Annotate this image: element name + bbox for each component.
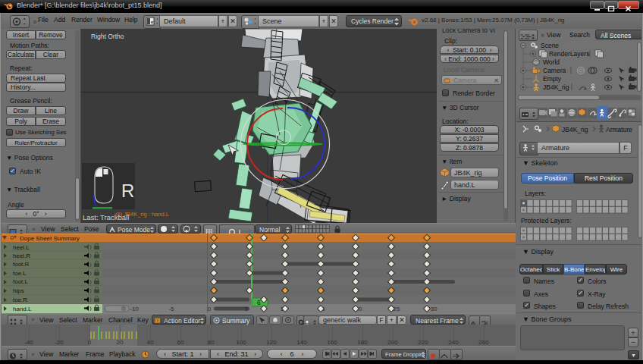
svg-text:20: 20 (117, 339, 124, 346)
svg-text:120: 120 (266, 339, 277, 346)
svg-text:260: 260 (478, 339, 489, 346)
svg-text:toe.L: toe.L (13, 270, 27, 277)
svg-text:foot.R: foot.R (13, 261, 30, 268)
svg-text:180: 180 (357, 339, 368, 346)
svg-text:Camera: Camera (543, 67, 566, 74)
svg-text:foot.L: foot.L (13, 278, 29, 285)
svg-text:160: 160 (327, 339, 337, 346)
svg-text:R: R (121, 180, 134, 201)
svg-text:JB4K_rig: JB4K_rig (562, 126, 588, 133)
svg-text:240: 240 (448, 339, 459, 346)
svg-text:-20: -20 (55, 339, 64, 346)
svg-text:40: 40 (147, 339, 154, 346)
svg-text:220: 220 (418, 339, 428, 346)
svg-text:-5: -5 (168, 306, 174, 312)
svg-text:toe.R: toe.R (13, 297, 27, 303)
svg-text:Scene: Scene (541, 42, 559, 49)
svg-text:Right Ortho: Right Ortho (91, 33, 124, 40)
svg-text:200: 200 (387, 339, 398, 346)
svg-text:Last: Trackball: Last: Trackball (83, 213, 129, 221)
svg-text:100: 100 (236, 339, 246, 346)
svg-text:0: 0 (88, 339, 92, 346)
svg-text:World: World (543, 58, 560, 66)
svg-text:Armature: Armature (606, 126, 632, 133)
svg-text:-40: -40 (24, 339, 33, 346)
svg-text:heel.L: heel.L (13, 244, 30, 251)
svg-text:30: 30 (431, 306, 438, 312)
svg-text:hips: hips (13, 287, 24, 294)
svg-text:Dope Sheet Summary: Dope Sheet Summary (20, 235, 80, 242)
svg-text:-10: -10 (130, 306, 139, 312)
svg-text:60: 60 (177, 339, 184, 346)
svg-text:RenderLayers: RenderLayers (549, 50, 589, 58)
svg-text:140: 140 (296, 339, 307, 346)
svg-text:80: 80 (208, 339, 215, 346)
svg-text:JB4K_rig: JB4K_rig (543, 83, 569, 91)
svg-text:Empty: Empty (543, 75, 562, 83)
svg-text:hand.L: hand.L (13, 306, 32, 312)
svg-text:5: 5 (245, 306, 249, 312)
svg-text:6: 6 (257, 299, 261, 306)
svg-text:0: 0 (208, 306, 212, 312)
svg-text:heel.R: heel.R (13, 253, 30, 259)
